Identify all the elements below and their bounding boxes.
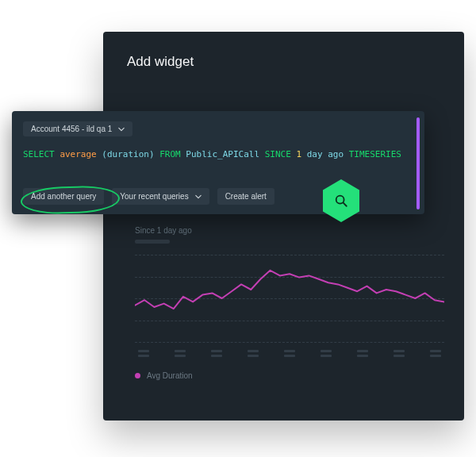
nrql-query-text[interactable]: SELECT average (duration) FROM Public_AP… xyxy=(23,149,413,159)
add-another-query-label: Add another query xyxy=(31,192,96,201)
x-tick xyxy=(209,350,224,357)
chart-legend: Avg Duration xyxy=(135,371,444,380)
legend-color-swatch xyxy=(135,373,140,378)
chart-x-axis xyxy=(135,350,444,357)
account-selector[interactable]: Account 4456 - ild qa 1 xyxy=(23,121,132,136)
x-tick xyxy=(392,350,406,357)
create-alert-label: Create alert xyxy=(225,192,267,201)
search-hex-badge[interactable] xyxy=(321,179,361,223)
token-num: 1 xyxy=(296,149,301,159)
recent-queries-label: Your recent queries xyxy=(120,192,188,201)
search-icon xyxy=(334,194,348,208)
chart-series-line xyxy=(135,255,444,342)
chart-title: Since 1 day ago xyxy=(135,226,444,235)
chart-plot[interactable] xyxy=(135,255,444,342)
account-selector-label: Account 4456 - ild qa 1 xyxy=(31,125,112,133)
recent-queries-button[interactable]: Your recent queries xyxy=(112,188,209,205)
chart-area: Since 1 day ago Avg Duration xyxy=(135,226,444,401)
token-args: (duration) xyxy=(102,149,154,159)
query-editor-card: Account 4456 - ild qa 1 SELECT average (… xyxy=(12,111,424,214)
chart-subtitle-skeleton xyxy=(135,240,170,244)
svg-line-2 xyxy=(344,203,347,206)
legend-label: Avg Duration xyxy=(147,371,193,380)
query-actions-row: Add another query Your recent queries Cr… xyxy=(23,188,274,205)
token-timeseries: TIMESERIES xyxy=(349,149,401,159)
create-alert-button[interactable]: Create alert xyxy=(217,188,274,205)
x-tick xyxy=(282,350,297,357)
token-since: SINCE xyxy=(265,149,291,159)
add-another-query-button[interactable]: Add another query xyxy=(23,188,104,205)
gridline xyxy=(135,342,444,343)
token-unit: day ago xyxy=(307,149,344,159)
panel-title: Add widget xyxy=(127,54,194,70)
x-tick xyxy=(428,350,443,357)
token-select: SELECT xyxy=(23,149,55,159)
scroll-indicator xyxy=(416,117,420,209)
x-tick xyxy=(136,350,151,357)
token-from: FROM xyxy=(159,149,181,159)
x-tick xyxy=(173,350,187,357)
token-function: average xyxy=(60,149,96,159)
x-tick xyxy=(355,350,370,357)
chevron-down-icon xyxy=(195,194,202,200)
token-table: Public_APICall xyxy=(186,149,259,159)
x-tick xyxy=(246,350,260,357)
chevron-down-icon xyxy=(118,126,125,132)
x-tick xyxy=(319,350,333,357)
